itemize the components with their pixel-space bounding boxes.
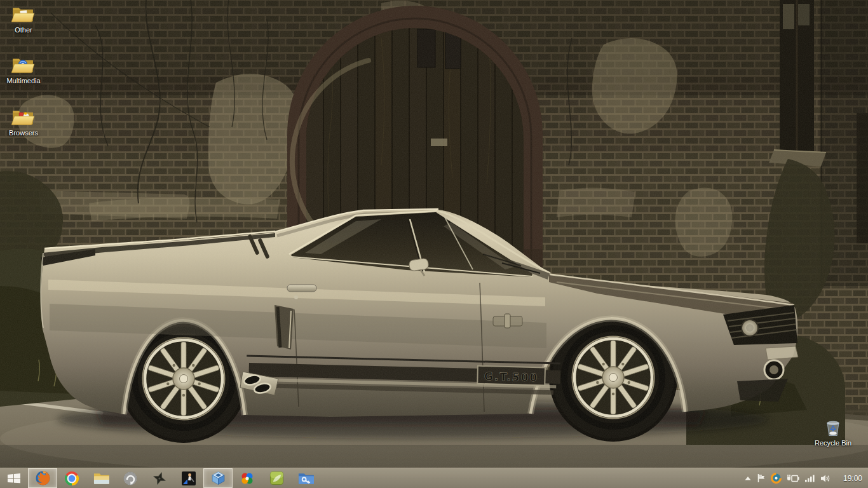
wallpaper-photo: G.T.500 xyxy=(0,0,868,488)
desktop-icon-multimedia[interactable]: Multimedia xyxy=(0,55,49,85)
desktop-icon-label: Browsers xyxy=(9,129,38,137)
photo-grain xyxy=(0,0,868,488)
taskbar: 19:00 xyxy=(0,468,868,488)
key-folder-icon xyxy=(298,471,314,485)
folder-browsers-icon xyxy=(11,107,36,128)
taskbar-item-pinwheel-media-app[interactable] xyxy=(233,468,262,488)
taskbar-item-game-app[interactable] xyxy=(174,468,203,488)
taskbar-item-shuriken-app[interactable] xyxy=(145,468,174,488)
start-button[interactable] xyxy=(0,468,28,488)
file-explorer-icon xyxy=(93,471,109,485)
taskbar-item-sync-sphere-app[interactable] xyxy=(116,468,145,488)
system-tray: 19:00 xyxy=(744,468,868,488)
taskbar-item-firefox[interactable] xyxy=(28,468,57,488)
taskbar-item-virtualbox[interactable] xyxy=(203,468,233,488)
hidden-icons-chevron[interactable] xyxy=(744,475,752,482)
network-signal-icon[interactable] xyxy=(804,474,815,482)
windows-logo-icon xyxy=(8,473,21,484)
virtualbox-icon xyxy=(210,470,226,486)
recycle-bin-icon xyxy=(823,417,843,438)
folder-icon xyxy=(11,4,36,25)
power-battery-icon[interactable] xyxy=(787,474,799,483)
taskbar-item-password-folder-app[interactable] xyxy=(291,468,320,488)
desktop-icon-label: Other xyxy=(15,26,32,34)
taskbar-item-file-explorer[interactable] xyxy=(86,468,116,488)
desktop-icon-label: Multimedia xyxy=(6,77,40,85)
pinwheel-icon xyxy=(240,471,255,486)
firefox-icon xyxy=(35,470,51,486)
desktop: G.T.500 Other xyxy=(0,0,868,488)
taskbar-item-green-leaf-app[interactable] xyxy=(262,468,291,488)
game-app-icon xyxy=(181,471,196,486)
desktop-icon-browsers[interactable]: Browsers xyxy=(0,107,49,137)
sync-sphere-icon xyxy=(123,471,138,486)
monitor-ring-app-icon[interactable] xyxy=(771,473,782,484)
taskbar-clock[interactable]: 19:00 xyxy=(836,474,862,483)
desktop-icon-other[interactable]: Other xyxy=(0,4,49,34)
volume-icon[interactable] xyxy=(820,474,831,483)
chrome-icon xyxy=(64,471,79,486)
green-leaf-icon xyxy=(269,471,284,485)
desktop-icon-label: Recycle Bin xyxy=(815,439,851,447)
desktop-icon-recycle-bin[interactable]: Recycle Bin xyxy=(808,417,858,447)
shuriken-icon xyxy=(152,471,167,486)
action-center-flag-icon[interactable] xyxy=(757,473,766,483)
folder-media-icon xyxy=(11,55,36,76)
taskbar-item-chrome[interactable] xyxy=(57,468,86,488)
